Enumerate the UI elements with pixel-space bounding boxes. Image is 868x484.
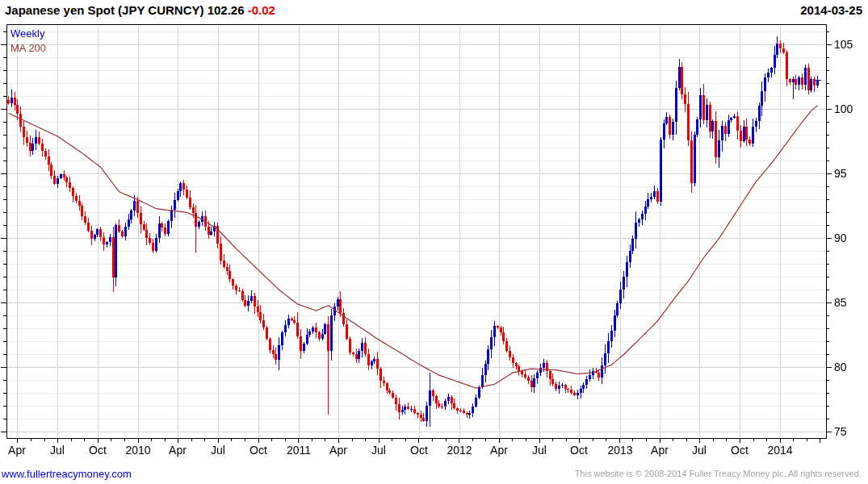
chart-legend: Weekly MA 200 [10, 27, 46, 56]
legend-overlay-ma200: MA 200 [10, 41, 46, 56]
website-link[interactable]: www.fullertreacymoney.com [2, 468, 132, 480]
price-chart-canvas [0, 0, 868, 484]
copyright-text: This website is © 2008-2014 Fuller Treac… [575, 469, 862, 478]
legend-series-weekly: Weekly [10, 27, 46, 41]
chart-page: Japanese yen Spot (JPY CURNCY) 102.26 -0… [0, 0, 868, 484]
